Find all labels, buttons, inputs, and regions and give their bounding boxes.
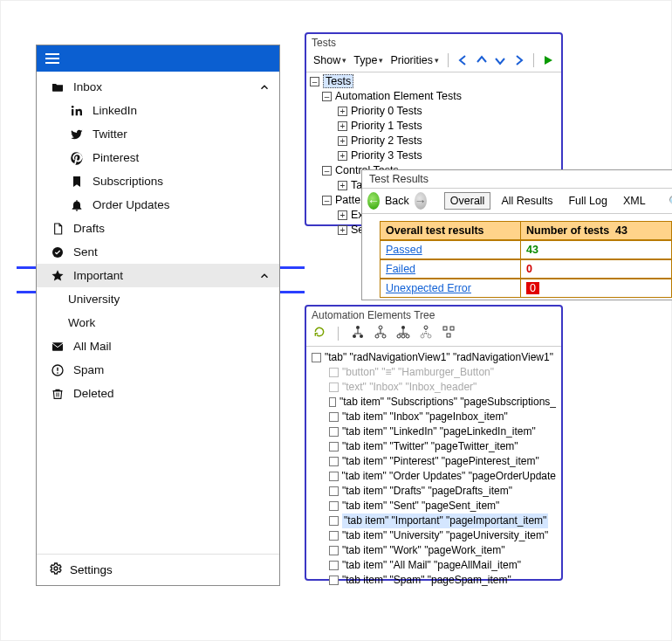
tree-mode-1-icon[interactable]: [351, 325, 365, 342]
expand-toggle[interactable]: +: [338, 136, 347, 146]
nav-item-deleted[interactable]: Deleted: [37, 382, 279, 405]
tree-node[interactable]: +Priority 2 Tests: [310, 134, 558, 148]
auto-item[interactable]: "text" "Inbox" "Inbox_header": [312, 380, 556, 395]
arrow-up-icon[interactable]: [474, 52, 489, 68]
nav-item-order-updates[interactable]: Order Updates: [37, 193, 279, 217]
checkbox-icon[interactable]: [329, 383, 339, 392]
tree-mode-5-icon[interactable]: [442, 325, 456, 342]
back-button[interactable]: ←: [367, 192, 380, 210]
nav-item-work[interactable]: Work: [37, 311, 279, 334]
spam-icon: [49, 363, 66, 377]
checkbox-icon[interactable]: [329, 472, 339, 481]
hamburger-button[interactable]: [45, 53, 59, 64]
arrow-left-icon[interactable]: [456, 52, 470, 68]
nav-item-pinterest[interactable]: Pinterest: [37, 146, 279, 169]
nav-item-drafts[interactable]: Drafts: [37, 217, 279, 240]
nav-item-twitter[interactable]: Twitter: [37, 122, 279, 146]
auto-item[interactable]: "tab item" "Sent" "pageSent_item": [312, 499, 556, 513]
auto-item[interactable]: "tab item" "LinkedIn" "pageLinkedIn_item…: [312, 424, 556, 439]
nav-item-label: Work: [68, 316, 95, 329]
result-label[interactable]: Passed: [380, 240, 521, 259]
auto-item[interactable]: "tab item" "Pinterest" "pagePinterest_it…: [312, 454, 556, 469]
doc-icon: [49, 222, 66, 236]
auto-item[interactable]: "tab item" "Subscriptions" "pageSubscrip…: [312, 395, 556, 410]
checkbox-icon[interactable]: [329, 516, 339, 526]
auto-item[interactable]: "tab item" "Important" "pageImportant_it…: [312, 513, 556, 528]
nav-item-spam[interactable]: Spam: [37, 358, 279, 382]
results-head-2: Number of tests 43: [521, 221, 672, 240]
settings-button[interactable]: Settings: [37, 554, 279, 585]
magnifier-icon[interactable]: 🔍: [669, 195, 672, 208]
chevron-up-icon[interactable]: [258, 270, 271, 282]
auto-root[interactable]: "tab" "radNavigationView1" "radNavigatio…: [312, 350, 556, 365]
automation-tree-title: Automation Elements Tree: [306, 307, 561, 323]
expand-toggle[interactable]: +: [338, 151, 347, 161]
auto-item[interactable]: "button" "≡" "Hamburger_Button": [312, 365, 556, 380]
menu-type[interactable]: Type▾: [352, 54, 385, 66]
expand-toggle[interactable]: –: [310, 77, 319, 86]
auto-item[interactable]: "tab item" "Inbox" "pageInbox_item": [312, 410, 556, 424]
auto-item[interactable]: "tab item" "Twitter" "pageTwitter_item": [312, 439, 556, 454]
auto-item[interactable]: "tab item" "All Mail" "pageAllMail_item": [312, 558, 556, 573]
nav-item-label: Inbox: [73, 80, 102, 93]
tree-node[interactable]: –Automation Element Tests: [310, 89, 558, 104]
checkbox-icon[interactable]: [329, 368, 339, 377]
tree-node[interactable]: +Priority 3 Tests: [310, 148, 558, 163]
expand-toggle[interactable]: +: [338, 210, 347, 220]
nav-item-important[interactable]: Important: [37, 264, 279, 287]
checkbox-icon[interactable]: [329, 412, 339, 422]
tab-xml[interactable]: XML: [618, 193, 651, 209]
result-label[interactable]: Unexpected Error: [380, 279, 521, 298]
star-icon: [49, 269, 66, 283]
expand-toggle[interactable]: +: [338, 181, 347, 190]
tree-mode-4-icon[interactable]: [419, 325, 433, 342]
checkbox-icon[interactable]: [312, 353, 321, 362]
tree-node[interactable]: +Priority 1 Tests: [310, 119, 558, 134]
checkbox-icon[interactable]: [329, 546, 339, 555]
result-label[interactable]: Failed: [380, 259, 521, 279]
forward-button[interactable]: →: [415, 192, 427, 210]
expand-toggle[interactable]: +: [338, 107, 347, 116]
expand-toggle[interactable]: –: [322, 166, 332, 176]
chevron-up-icon[interactable]: [258, 81, 271, 93]
checkbox-icon[interactable]: [329, 576, 339, 585]
auto-item[interactable]: "tab item" "Drafts" "pageDrafts_item": [312, 484, 556, 499]
tests-title: Tests: [306, 34, 561, 51]
expand-toggle[interactable]: –: [322, 196, 332, 205]
menu-priorities[interactable]: Priorities▾: [388, 54, 441, 66]
auto-item[interactable]: "tab item" "University" "pageUniversity_…: [312, 528, 556, 543]
tab-full-log[interactable]: Full Log: [563, 193, 612, 209]
tab-all-results[interactable]: All Results: [496, 193, 558, 209]
play-icon[interactable]: [541, 52, 556, 68]
tree-node[interactable]: +Priority 0 Tests: [310, 104, 558, 119]
expand-toggle[interactable]: +: [338, 121, 347, 131]
checkbox-icon[interactable]: [329, 442, 339, 451]
arrow-down-icon[interactable]: [492, 52, 507, 68]
auto-item[interactable]: "tab item" "Work" "pageWork_item": [312, 543, 556, 558]
nav-item-subscriptions[interactable]: Subscriptions: [37, 169, 279, 193]
checkbox-icon[interactable]: [329, 531, 339, 541]
checkbox-icon[interactable]: [329, 427, 339, 437]
nav-item-label: Deleted: [73, 387, 114, 400]
tree-mode-3-icon[interactable]: [396, 325, 410, 342]
checkbox-icon[interactable]: [329, 486, 339, 496]
checkbox-icon[interactable]: [329, 457, 339, 466]
refresh-icon[interactable]: [313, 326, 326, 341]
auto-item[interactable]: "tab item" "Order Updates" "pageOrderUpd…: [312, 469, 556, 484]
tree-node[interactable]: –Tests: [310, 74, 558, 89]
expand-toggle[interactable]: +: [338, 225, 347, 235]
checkbox-icon[interactable]: [329, 397, 336, 407]
nav-item-linkedin[interactable]: LinkedIn: [37, 99, 279, 122]
auto-item[interactable]: "tab item" "Spam" "pageSpam_item": [312, 573, 556, 588]
menu-show[interactable]: Show▾: [312, 54, 348, 66]
expand-toggle[interactable]: –: [322, 92, 332, 101]
checkbox-icon[interactable]: [329, 561, 339, 570]
nav-item-all-mail[interactable]: All Mail: [37, 334, 279, 358]
tree-mode-2-icon[interactable]: [374, 325, 387, 342]
nav-item-university[interactable]: University: [37, 287, 279, 311]
nav-item-inbox[interactable]: Inbox: [37, 75, 279, 99]
checkbox-icon[interactable]: [329, 501, 339, 511]
arrow-right-icon[interactable]: [511, 52, 526, 68]
nav-item-sent[interactable]: Sent: [37, 240, 279, 264]
tab-overall[interactable]: Overall: [444, 192, 491, 210]
